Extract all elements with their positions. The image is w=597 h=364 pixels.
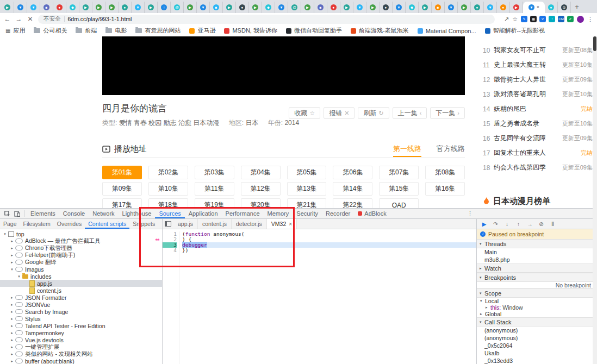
- scope-local-row[interactable]: ▾ Local: [477, 298, 593, 304]
- chevron-right-icon[interactable]: ▸: [9, 239, 15, 243]
- file-tree-item[interactable]: ▸buffer (about:blank): [0, 357, 162, 364]
- extension-icon[interactable]: ▦: [530, 16, 537, 22]
- episode-button[interactable]: 第12集: [241, 182, 281, 196]
- chevron-down-icon[interactable]: ▾: [9, 267, 15, 272]
- pause-on-exceptions-button[interactable]: Ⅱ: [547, 221, 558, 227]
- bookmark-item[interactable]: 电影: [105, 27, 127, 35]
- navigator-toggle-icon[interactable]: [163, 221, 173, 227]
- ranking-item[interactable]: 17 回复术士的重来人 完结: [483, 146, 593, 160]
- meta-year-value[interactable]: 2014: [284, 119, 299, 127]
- code-editor[interactable]: 1 2 3 4 ** (function anonymous( ) { debu…: [163, 229, 476, 364]
- episode-button[interactable]: 第03集: [195, 166, 234, 179]
- line-tab[interactable]: 第一线路: [393, 141, 421, 157]
- window-scrollbar[interactable]: [593, 36, 597, 364]
- navigator-tab[interactable]: Page: [0, 219, 20, 229]
- stop-button[interactable]: ✕: [27, 15, 34, 23]
- browser-tab[interactable]: ◆: [262, 2, 275, 13]
- chevron-right-icon[interactable]: ▸: [9, 324, 15, 328]
- file-tree-item[interactable]: content.js: [0, 287, 162, 294]
- browser-tab[interactable]: ●: [545, 2, 558, 13]
- bookmark-item[interactable]: MSDN, 我告诉你: [224, 27, 277, 35]
- file-tree-item[interactable]: ▸类似的网站 - 发现相关网站: [0, 350, 162, 357]
- breakpoints-section-header[interactable]: ▾ Breakpoints: [477, 273, 593, 282]
- bookmark-item[interactable]: 前端: [76, 27, 97, 35]
- thread-item[interactable]: Main: [477, 248, 593, 256]
- close-tab-icon[interactable]: ×: [537, 5, 539, 10]
- episode-button[interactable]: 第16集: [425, 182, 465, 196]
- action-button[interactable]: 报错 ✕: [324, 107, 355, 119]
- browser-tab[interactable]: ■: [432, 2, 445, 13]
- navigator-tab[interactable]: Filesystem: [20, 219, 54, 229]
- episode-button[interactable]: 第09集: [102, 182, 142, 196]
- browser-tab[interactable]: ▶: [366, 2, 380, 13]
- step-button[interactable]: →: [524, 221, 536, 227]
- browser-tab[interactable]: ▶: [223, 2, 236, 13]
- chevron-right-icon[interactable]: ▸: [9, 310, 15, 314]
- devtools-tab[interactable]: Console: [59, 209, 89, 218]
- action-button[interactable]: 刷新 ↻: [358, 107, 389, 119]
- file-tree-item[interactable]: ▸Search by Image: [0, 308, 162, 315]
- file-tree-item[interactable]: ▸JSONVue: [0, 301, 162, 308]
- browser-tab[interactable]: ▼: [353, 2, 366, 13]
- episode-button[interactable]: 第15集: [379, 182, 419, 196]
- devtools-tab[interactable]: Performance: [222, 209, 264, 218]
- file-tree-item[interactable]: ▸Chrono下载管理器: [0, 244, 162, 252]
- line-tab[interactable]: 官方线路: [437, 141, 465, 157]
- callstack-section-header[interactable]: ▾ Call Stack: [477, 317, 593, 327]
- address-bar[interactable]: 不安全 6dm.cc/play/993-1-1.html: [38, 15, 495, 24]
- chevron-right-icon[interactable]: ▸: [9, 352, 15, 356]
- editor-tab[interactable]: VM32 ×: [267, 219, 297, 229]
- extension-icon[interactable]: ✔: [567, 16, 574, 22]
- episode-button[interactable]: 第18集: [148, 198, 188, 208]
- file-tree-item[interactable]: ▸Google 翻译: [0, 259, 162, 266]
- browser-tab[interactable]: ▶: [340, 2, 353, 13]
- browser-tab[interactable]: ▼: [445, 2, 458, 13]
- step-out-button[interactable]: ↑: [513, 221, 524, 227]
- devtools-more-icon[interactable]: ⋮: [467, 210, 473, 217]
- episode-button[interactable]: 第08集: [425, 166, 465, 179]
- thread-item[interactable]: m3u8.php: [477, 256, 593, 263]
- browser-tab[interactable]: @: [288, 2, 301, 13]
- browser-tab[interactable]: ▶: [458, 2, 471, 13]
- share-icon[interactable]: ↗: [504, 16, 509, 23]
- devtools-tab[interactable]: Elements: [27, 209, 59, 218]
- callstack-frame[interactable]: _0x5c2064: [477, 342, 593, 349]
- navigator-tab[interactable]: Content scripts: [85, 219, 129, 229]
- bookmark-item[interactable]: ▦应用: [5, 27, 25, 35]
- chevron-right-icon[interactable]: ▸: [9, 317, 15, 321]
- step-into-button[interactable]: ↓: [501, 221, 513, 227]
- episode-button[interactable]: 第06集: [333, 166, 372, 179]
- chevron-down-icon[interactable]: ▾: [16, 274, 22, 279]
- ranking-item[interactable]: 10 我家女友可不止可 更新至08集: [483, 43, 593, 58]
- browser-tab[interactable]: ↑: [158, 2, 171, 13]
- episode-button[interactable]: 第19集: [195, 198, 234, 208]
- line-number-gutter[interactable]: 1 2 3 4 **: [163, 231, 179, 364]
- browser-tab[interactable]: ▼: [275, 2, 288, 13]
- browser-tab[interactable]: ▼: [484, 2, 497, 13]
- extension-icon[interactable]: ◔: [549, 16, 555, 22]
- browser-tab[interactable]: ▶: [510, 2, 523, 13]
- extension-icon[interactable]: ✎: [521, 16, 527, 22]
- step-over-button[interactable]: ↷: [490, 221, 501, 227]
- ranking-item[interactable]: 14 妖精的尾巴 完结: [483, 102, 593, 116]
- browser-tab[interactable]: @: [171, 2, 184, 13]
- file-tree-item[interactable]: ▸FeHelper(前端助手): [0, 252, 162, 259]
- file-tree-item[interactable]: app.js: [0, 280, 162, 287]
- browser-menu-icon[interactable]: ⋮: [587, 16, 593, 23]
- new-tab-button[interactable]: +: [571, 3, 583, 11]
- browser-tab[interactable]: ▼: [14, 2, 27, 13]
- scrollbar-thumb[interactable]: [593, 36, 596, 51]
- chevron-right-icon[interactable]: ▸: [9, 359, 15, 363]
- meta-type-value[interactable]: 爱情 青春 校园 励志 治愈 日本动漫: [119, 119, 220, 127]
- devtools-tab[interactable]: AdBlock: [354, 209, 390, 218]
- chevron-down-icon[interactable]: ▾: [2, 232, 8, 236]
- resume-button[interactable]: ▶: [478, 221, 490, 227]
- devtools-tab[interactable]: Application: [185, 209, 222, 218]
- file-tree-item[interactable]: ▸Stylus: [0, 315, 162, 322]
- editor-tab[interactable]: content.js ×: [198, 219, 232, 229]
- bookmark-item[interactable]: 公司相关: [34, 27, 67, 35]
- action-button[interactable]: 上一集 ‹: [393, 107, 427, 119]
- episode-button[interactable]: 第17集: [102, 198, 142, 208]
- scope-this-row[interactable]: ▸ this: Window: [477, 304, 593, 311]
- browser-tab[interactable]: ▶: [419, 2, 432, 13]
